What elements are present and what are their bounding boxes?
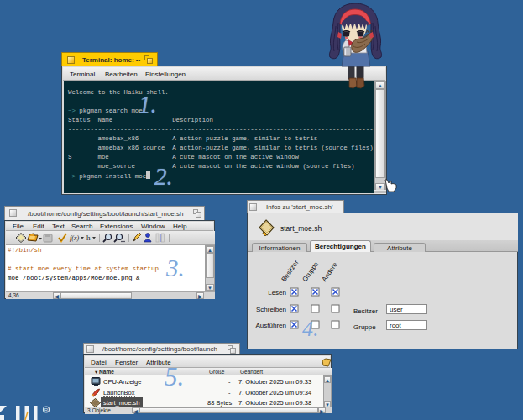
svg-text:f(x): f(x): [70, 234, 79, 242]
svg-text:h: h: [86, 234, 91, 242]
svg-text:R: R: [44, 407, 49, 412]
